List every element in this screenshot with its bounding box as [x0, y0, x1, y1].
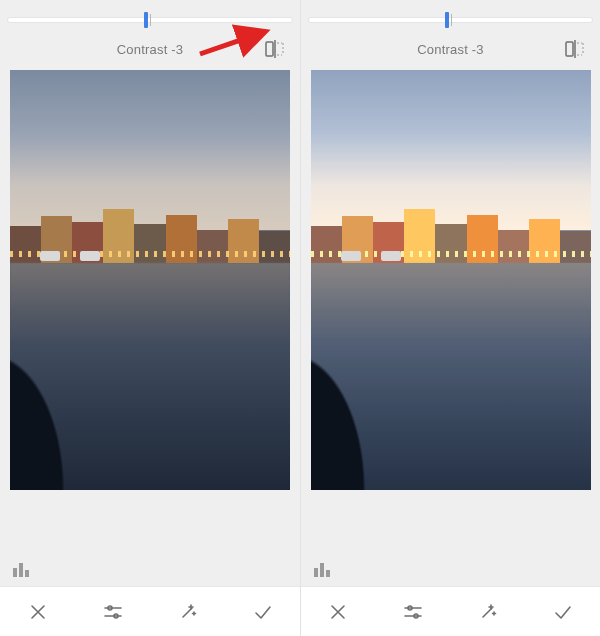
compare-before-after-icon [265, 40, 285, 58]
editor-pane-left: Contrast -3 [0, 0, 300, 636]
close-icon [29, 603, 47, 621]
histogram-icon [12, 560, 34, 578]
apply-button[interactable] [241, 590, 285, 634]
slider-thumb[interactable] [144, 12, 148, 28]
photo-preview[interactable] [301, 70, 600, 490]
svg-rect-0 [266, 42, 273, 56]
svg-rect-20 [326, 570, 330, 577]
slider-thumb[interactable] [445, 12, 449, 28]
slider-center-tick [150, 14, 151, 26]
histogram-button[interactable] [12, 560, 34, 578]
photo-canvas [311, 70, 591, 490]
cancel-button[interactable] [316, 590, 360, 634]
close-icon [329, 603, 347, 621]
magic-wand-button[interactable] [166, 590, 210, 634]
cancel-button[interactable] [16, 590, 60, 634]
editor-pane-right: Contrast -3 [300, 0, 600, 636]
tune-sliders-icon [103, 603, 123, 621]
checkmark-icon [553, 603, 573, 621]
svg-rect-8 [25, 570, 29, 577]
svg-rect-6 [13, 568, 17, 577]
tune-button[interactable] [391, 590, 435, 634]
tune-sliders-icon [403, 603, 423, 621]
svg-rect-18 [314, 568, 318, 577]
histogram-button[interactable] [313, 560, 335, 578]
compare-button[interactable] [564, 38, 586, 60]
adjustment-slider[interactable] [301, 0, 600, 28]
tune-button[interactable] [91, 590, 135, 634]
bottom-toolbar [301, 586, 600, 636]
magic-wand-icon [178, 602, 198, 622]
apply-button[interactable] [541, 590, 585, 634]
histogram-icon [313, 560, 335, 578]
compare-button[interactable] [264, 38, 286, 60]
svg-rect-7 [19, 563, 23, 577]
compare-before-after-icon [565, 40, 585, 58]
adjustment-label-row: Contrast -3 [0, 28, 300, 70]
photo-preview[interactable] [0, 70, 300, 490]
adjustment-label: Contrast -3 [117, 42, 184, 57]
svg-rect-13 [566, 42, 573, 56]
bottom-toolbar [0, 586, 300, 636]
adjustment-label: Contrast -3 [417, 42, 484, 57]
adjustment-slider[interactable] [0, 0, 300, 28]
adjustment-label-row: Contrast -3 [301, 28, 600, 70]
svg-line-5 [200, 32, 264, 54]
magic-wand-icon [478, 602, 498, 622]
slider-center-tick [451, 14, 452, 26]
svg-rect-19 [320, 563, 324, 577]
magic-wand-button[interactable] [466, 590, 510, 634]
photo-canvas [10, 70, 290, 490]
checkmark-icon [253, 603, 273, 621]
